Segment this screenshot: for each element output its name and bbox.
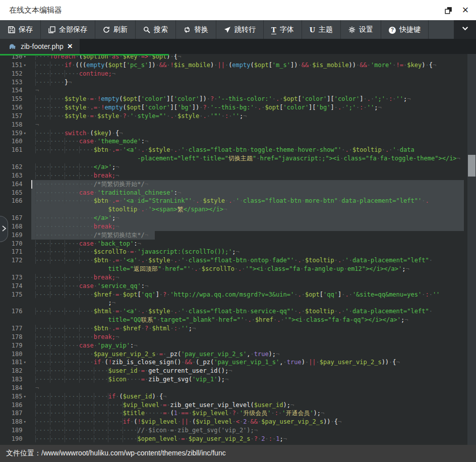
tab-zib-footer[interactable]: zib-footer.php × (0, 39, 80, 54)
code-text: ············continue;¬ (31, 70, 467, 78)
code-line: 151▾········if·(((empty($opt['pc_s'])·&&… (0, 61, 467, 70)
text-cursor (31, 180, 32, 189)
code-text: ················$btn·.=·$href·?·$html·:·… (31, 324, 467, 333)
code-text: ················break;¬ (31, 333, 467, 341)
code-text: ····························$open_level·… (31, 435, 467, 443)
code-text: ············case·'service_qq':¬ (31, 282, 467, 291)
gutter-cell: 181▾ (0, 358, 31, 367)
gutter-cell: 182 (0, 367, 31, 375)
code-text: ····················$user_id·=·get_curre… (31, 367, 467, 375)
gutter-cell: 178 (0, 333, 31, 341)
code-line: 189····························//·$icon·… (0, 426, 467, 435)
toolbar-button-2[interactable]: 全部保存 (41, 20, 95, 39)
gutter-cell: 162 (0, 163, 31, 171)
gutter-cell: 152 (0, 70, 31, 78)
gutter-cell: 186 (0, 401, 31, 410)
toolbar-button-5[interactable]: 替换 (176, 20, 216, 39)
code-text: ············case·'theme_mode':¬ (31, 137, 467, 146)
code-line: 153········}¬ (0, 78, 467, 87)
line-number: 152 (0, 70, 23, 78)
toolbar-button-label: 字体 (280, 25, 294, 34)
code-line: 152············continue;¬ (0, 70, 467, 78)
code-line: 165············case·'traditional_chinese… (0, 189, 467, 197)
shortcuts-icon: ? (389, 25, 396, 34)
restore-window-button[interactable] (442, 4, 455, 17)
toolbar-button-3[interactable]: 刷新 (95, 20, 136, 39)
line-number: 164 (0, 180, 23, 189)
gutter-cell: 153 (0, 78, 31, 87)
code-text: ············case·'traditional_chinese':¬ (31, 189, 467, 197)
code-line: 162················</a>';¬ (0, 163, 467, 171)
tab-close-icon[interactable]: × (68, 42, 73, 50)
toolbar-more-dropdown[interactable] (454, 20, 476, 39)
code-line: 176················$html·=·'<a'·.·$style… (0, 307, 467, 324)
codemirror-area: 150▾····foreach·($option·as·$key·=>·$opt… (0, 54, 467, 443)
code-line: 164················/*简繁切换开始*/¬ (0, 180, 467, 189)
code-text: ····················$icon····=·zib_get_s… (31, 375, 467, 384)
fold-arrow-icon[interactable]: ▾ (23, 61, 31, 70)
sidebar-expand-handle[interactable] (0, 216, 8, 242)
line-number: 182 (0, 367, 23, 375)
chevron-down-icon (461, 25, 469, 34)
code-line: 179············case·'pay_vip':¬ (0, 341, 467, 350)
code-text: ················break;¬ (31, 222, 467, 231)
line-number: 187 (0, 409, 23, 418)
fold-arrow-icon[interactable]: ▾ (23, 418, 31, 426)
vertical-scrollbar[interactable] (467, 54, 476, 445)
code-line: 166················$btn·.=·'<a·id="Stran… (0, 197, 467, 214)
gutter-cell: 164 (0, 180, 31, 189)
close-window-button[interactable]: × (459, 4, 472, 17)
code-line: 178················break;¬ (0, 333, 467, 341)
code-text: ························$title·····=·(1·… (31, 409, 467, 418)
gutter-cell: 166 (0, 197, 31, 214)
line-number: 158 (0, 121, 23, 129)
code-line: 186························$vip_level·=·… (0, 401, 467, 410)
toolbar-button-10[interactable]: ?快捷键 (381, 20, 429, 39)
code-text: ················/*简繁切换开始*/¬ (31, 180, 467, 189)
gutter-cell: 155 (0, 95, 31, 103)
gutter-cell: 179 (0, 341, 31, 350)
code-text: ················$html·=·'<a'·.·$style·.·… (31, 307, 467, 324)
gutter-cell: 163 (0, 171, 31, 180)
line-number: 163 (0, 171, 23, 180)
gutter-cell: 151▾ (0, 61, 31, 70)
gutter-cell: 165 (0, 189, 31, 197)
code-text: ········$style·=·!empty($opt['color']['c… (31, 95, 467, 103)
line-number: 179 (0, 341, 23, 350)
fold-arrow-icon[interactable]: ▾ (23, 129, 31, 138)
tab-label: zib-footer.php (21, 42, 64, 50)
code-line: 180················$pay_user_vip_2_s·=·_… (0, 350, 467, 359)
scrollbar-thumb[interactable] (468, 155, 475, 177)
status-bar: 文件位置：/www/wwwroot/huliku.com/wp-content/… (0, 445, 476, 462)
fold-arrow-icon[interactable]: ▾ (23, 358, 31, 367)
line-number: 174 (0, 282, 23, 291)
editor-window: 在线文本编辑器 × 保存全部保存刷新搜索替换跳转行T字体U主题设置?快捷键 zi… (0, 0, 476, 462)
toolbar-button-4[interactable]: 搜索 (136, 20, 176, 39)
line-number: 162 (0, 163, 23, 171)
code-line: 173················break;¬ (0, 273, 467, 282)
toolbar-button-label: 主题 (319, 25, 333, 34)
code-text: ················break;¬ (31, 171, 467, 180)
gutter-cell: 188▾ (0, 418, 31, 426)
line-number: 177 (0, 324, 23, 333)
code-text: ························$vip_level·=·zib… (31, 401, 467, 410)
code-text: ························if·(!$vip_level·… (31, 418, 467, 426)
toolbar-button-label: 快捷键 (399, 25, 421, 34)
code-line: 159▾········switch·($key)·{¬ (0, 129, 467, 138)
code-editor[interactable]: 150▾····foreach·($option·as·$key·=>·$opt… (0, 54, 476, 445)
search-icon (143, 26, 150, 33)
toolbar-button-6[interactable]: 跳转行 (216, 20, 264, 39)
toolbar-button-8[interactable]: U主题 (302, 20, 341, 39)
toolbar-button-7[interactable]: T字体 (264, 20, 302, 39)
line-number: 189 (0, 426, 23, 435)
gutter-cell: 187 (0, 409, 31, 418)
fold-arrow-icon[interactable]: ▾ (23, 392, 31, 401)
toolbar-button-9[interactable]: 设置 (341, 20, 381, 39)
line-number: 190 (0, 435, 23, 443)
code-text: ········$style·.=·!empty($opt['color']['… (31, 103, 467, 112)
goto-line-icon (224, 26, 231, 33)
toolbar-button-1[interactable]: 保存 (0, 20, 41, 39)
code-line: 170············case·'back_top':¬ (0, 240, 467, 248)
gutter-cell: 157 (0, 112, 31, 121)
code-lines: 150▾····foreach·($option·as·$key·=>·$opt… (0, 54, 467, 443)
